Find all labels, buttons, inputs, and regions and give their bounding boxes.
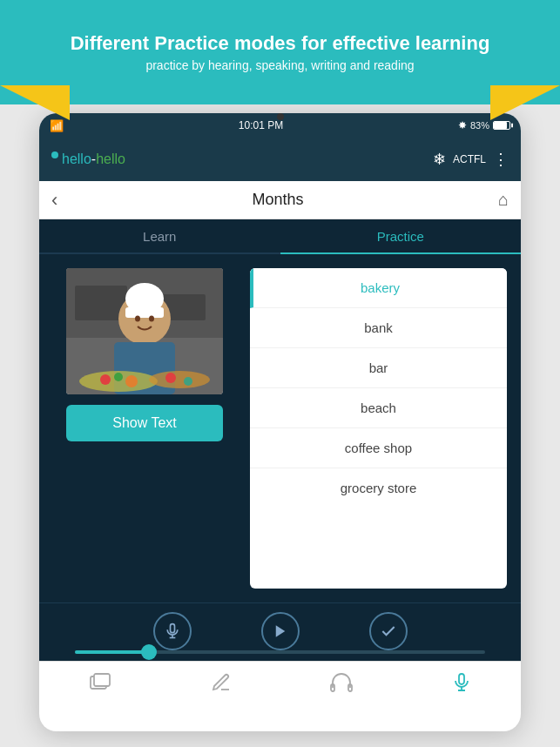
home-button[interactable]: ⌂: [498, 190, 509, 210]
control-buttons: [153, 612, 408, 650]
mic-button[interactable]: [153, 612, 192, 650]
status-time: 10:01 PM: [239, 119, 283, 131]
word-list: bakerybankbarbeachcoffee shopgrocery sto…: [250, 268, 507, 589]
wifi-icon: 📶: [50, 119, 64, 132]
battery-fill: [494, 122, 507, 129]
battery-tip: [511, 124, 513, 128]
back-button[interactable]: ‹: [51, 189, 57, 212]
word-item[interactable]: beach: [250, 388, 507, 428]
snowflake-icon: ❄: [433, 150, 446, 169]
header-right: ❄ ACTFL ⋮: [433, 150, 509, 169]
svg-point-15: [165, 373, 176, 383]
svg-point-14: [125, 375, 138, 387]
tab-practice[interactable]: Practice: [280, 219, 522, 254]
banner-title: Different Practice modes for effective l…: [53, 32, 508, 55]
progress-thumb: [141, 644, 157, 660]
progress-track: [75, 650, 484, 654]
status-bar-left: 📶: [50, 119, 64, 132]
word-item[interactable]: bar: [250, 348, 507, 388]
bottom-controls: [39, 602, 521, 661]
left-panel: Show Text: [53, 268, 236, 589]
tab-bar-item-write[interactable]: [211, 672, 232, 698]
svg-rect-6: [125, 307, 164, 318]
device-frame: 📶 10:01 PM ✸ 83% hello - hello: [39, 113, 521, 731]
svg-rect-25: [459, 674, 464, 684]
play-button[interactable]: [261, 612, 300, 650]
nav-title: Months: [253, 191, 304, 209]
battery-bar: [493, 121, 510, 130]
tabs: Learn Practice: [39, 219, 521, 254]
app-header: hello - hello ❄ ACTFL ⋮: [39, 138, 521, 181]
banner-subtitle: practice by hearing, speaking, writing a…: [145, 58, 414, 72]
camera-dot: [277, 113, 284, 120]
svg-point-13: [114, 373, 123, 381]
logo-area: hello - hello: [51, 151, 125, 167]
svg-rect-17: [170, 624, 174, 633]
progress-fill: [75, 650, 149, 654]
tab-bar: [39, 661, 521, 708]
show-text-button[interactable]: Show Text: [66, 405, 223, 441]
practice-area: Show Text bakerybankbarbeachcoffee shopg…: [39, 254, 521, 602]
word-item[interactable]: grocery store: [250, 468, 507, 508]
word-item[interactable]: coffee shop: [250, 428, 507, 468]
svg-point-8: [135, 316, 140, 322]
logo-hello2: hello: [96, 151, 125, 167]
tab-bar-item-speak[interactable]: [451, 672, 472, 698]
word-item[interactable]: bakery: [250, 268, 507, 308]
tab-bar-item-flashcard[interactable]: [88, 672, 112, 698]
image-placeholder: [66, 268, 223, 394]
svg-rect-22: [94, 674, 110, 686]
word-item[interactable]: bank: [250, 308, 507, 348]
tab-bar-item-listen[interactable]: [330, 672, 353, 698]
svg-point-11: [149, 371, 210, 388]
battery-percent: 83%: [470, 120, 489, 131]
banner-decoration-right: [490, 85, 560, 120]
logo-dot: [51, 151, 58, 158]
svg-marker-20: [275, 625, 285, 637]
tab-learn[interactable]: Learn: [39, 219, 280, 252]
actfl-label: ACTFL: [453, 153, 486, 165]
write-icon: [211, 672, 232, 698]
svg-point-12: [100, 374, 111, 385]
menu-icon[interactable]: ⋮: [493, 150, 509, 169]
flashcard-icon: [88, 672, 112, 698]
chef-image: [66, 268, 223, 394]
nav-bar: ‹ Months ⌂: [39, 181, 521, 219]
headphones-icon: [330, 672, 353, 698]
status-bar-right: ✸ 83%: [458, 119, 510, 131]
banner: Different Practice modes for effective l…: [0, 0, 560, 104]
progress-container[interactable]: [75, 650, 484, 654]
logo-hello1: hello: [62, 151, 91, 167]
svg-point-9: [149, 316, 154, 322]
bluetooth-icon: ✸: [458, 119, 467, 131]
check-button[interactable]: [369, 612, 408, 650]
banner-decoration-left: [0, 85, 70, 120]
speak-icon: [451, 672, 472, 698]
main-content: Learn Practice: [39, 219, 521, 602]
svg-point-16: [184, 377, 192, 386]
